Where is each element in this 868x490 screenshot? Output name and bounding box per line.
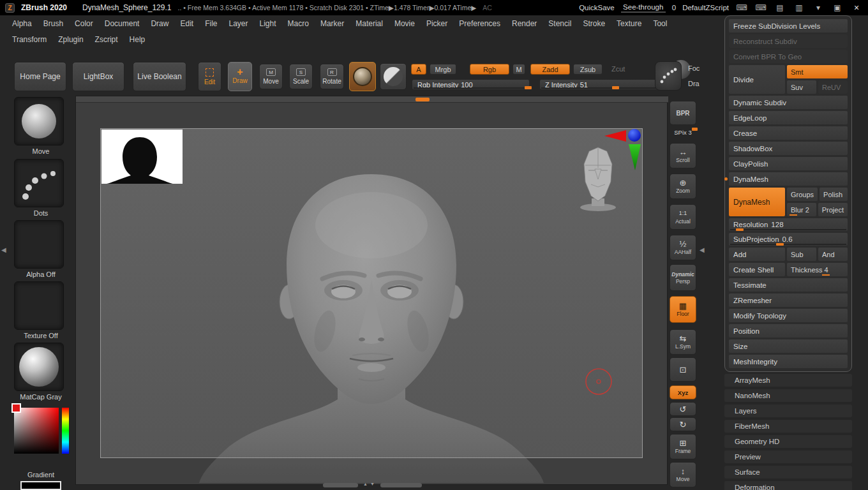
section-crease[interactable]: Crease bbox=[729, 126, 848, 140]
section-modify-topology[interactable]: Modify Topology bbox=[729, 309, 848, 322]
menu-item[interactable]: Layer bbox=[223, 17, 254, 30]
palette-item[interactable]: NanoMesh bbox=[724, 389, 852, 402]
edit-button[interactable]: Edit bbox=[198, 62, 221, 91]
dynamesh-button[interactable]: DynaMesh bbox=[729, 188, 785, 216]
menu-item[interactable]: Zscript bbox=[89, 33, 124, 46]
subprojection-handle[interactable] bbox=[776, 243, 784, 246]
right-tray-divider-icon[interactable]: ◀ bbox=[700, 246, 705, 253]
frame-button[interactable]: ⊞Frame bbox=[670, 434, 696, 459]
spix-slider[interactable]: SPix 3 bbox=[670, 129, 696, 136]
smt-button[interactable]: Smt bbox=[787, 65, 848, 78]
m-button[interactable]: M bbox=[513, 64, 525, 75]
menu-item[interactable]: Zplugin bbox=[52, 33, 89, 46]
dynamic-persp-button[interactable]: DynamicPersp bbox=[670, 264, 696, 291]
secondary-material-slot[interactable] bbox=[380, 63, 407, 90]
section-zremesher[interactable]: ZRemesher bbox=[729, 293, 848, 307]
menu-item[interactable]: Draw bbox=[145, 17, 174, 30]
palette-item[interactable]: FiberMesh bbox=[724, 420, 852, 433]
keyboard-icon-2[interactable]: ⌨ bbox=[754, 3, 767, 12]
draw-button[interactable]: + Draw bbox=[228, 62, 252, 91]
rotate-mode-button[interactable]: R Rotate bbox=[320, 64, 344, 89]
thickness-handle[interactable] bbox=[822, 274, 830, 276]
add-button[interactable]: Add bbox=[729, 248, 785, 261]
menu-item[interactable]: Material bbox=[350, 17, 389, 30]
freeze-subdivision-button[interactable]: Freeze SubDivision Levels bbox=[729, 19, 848, 33]
scale-mode-button[interactable]: S Scale bbox=[289, 64, 313, 89]
spix-handle[interactable] bbox=[692, 128, 698, 131]
menu-item[interactable]: Light bbox=[254, 17, 282, 30]
suv-button[interactable]: Suv bbox=[787, 80, 816, 94]
and-button[interactable]: And bbox=[818, 248, 848, 261]
create-shell-button[interactable]: Create Shell bbox=[729, 263, 785, 276]
live-boolean-button[interactable]: Live Boolean bbox=[133, 62, 186, 91]
secondary-color-swatch[interactable] bbox=[20, 481, 61, 490]
menu-item[interactable]: Macro bbox=[282, 17, 315, 30]
close-icon[interactable]: × bbox=[850, 3, 863, 13]
menu-item[interactable]: Stroke bbox=[577, 17, 611, 30]
palette-item[interactable]: ArrayMesh bbox=[724, 374, 852, 387]
zadd-button[interactable]: Zadd bbox=[530, 64, 570, 75]
resolution-handle[interactable] bbox=[736, 228, 744, 231]
section-position[interactable]: Position bbox=[729, 324, 848, 338]
lightbox-button[interactable]: LightBox bbox=[72, 62, 124, 91]
current-stroke-thumbnail[interactable] bbox=[14, 159, 64, 207]
aahalf-button[interactable]: ½AAHalf bbox=[670, 235, 696, 260]
bottom-scroll-segment[interactable] bbox=[323, 483, 358, 487]
sub-button[interactable]: Sub bbox=[787, 248, 816, 261]
palette-item[interactable]: Preview bbox=[724, 450, 852, 463]
bpr-button[interactable]: BPR bbox=[670, 101, 696, 125]
local-symmetry-button[interactable]: ⇆L.Sym bbox=[670, 329, 696, 355]
menu-item[interactable]: Transform bbox=[6, 33, 52, 46]
section-tessimate[interactable]: Tessimate bbox=[729, 278, 848, 292]
local-transform-button[interactable]: ⊡ bbox=[670, 357, 696, 382]
rotate-ccw-button[interactable]: ↺ bbox=[670, 402, 696, 416]
zcut-button[interactable]: Zcut bbox=[611, 65, 625, 73]
move-mode-button[interactable]: M Move bbox=[259, 64, 283, 89]
current-brush-thumbnail[interactable] bbox=[14, 97, 64, 145]
stroke-picker-button[interactable] bbox=[655, 61, 682, 91]
zoom-button[interactable]: ⊕Zoom bbox=[670, 174, 696, 199]
blur-handle[interactable] bbox=[789, 214, 797, 216]
groups-button[interactable]: Groups bbox=[787, 188, 818, 201]
z-intensity-handle[interactable] bbox=[612, 86, 619, 89]
current-material-thumbnail[interactable] bbox=[14, 343, 64, 391]
quicksave-button[interactable]: QuickSave bbox=[579, 4, 615, 11]
move-doc-button[interactable]: ↕Move bbox=[670, 462, 696, 487]
alpha-channel-button[interactable]: A bbox=[411, 64, 426, 75]
section-size[interactable]: Size bbox=[729, 339, 848, 353]
project-button[interactable]: Project bbox=[818, 203, 848, 216]
see-through-track[interactable] bbox=[621, 11, 666, 13]
current-texture-thumbnail[interactable] bbox=[14, 281, 64, 330]
scroll-up-icon[interactable]: ▲ bbox=[363, 482, 368, 486]
actual-size-button[interactable]: 1:1Actual bbox=[670, 204, 696, 230]
canvas-top-scrollbar[interactable] bbox=[76, 96, 668, 103]
keyboard-icon[interactable]: ⌨ bbox=[735, 3, 748, 12]
menu-item[interactable]: Tool bbox=[647, 17, 673, 30]
scroll-down-icon[interactable]: ▼ bbox=[370, 482, 375, 486]
zscript-button[interactable]: DefaultZScript bbox=[682, 4, 729, 11]
rgb-intensity-handle[interactable] bbox=[525, 86, 532, 89]
menu-item[interactable]: Color bbox=[69, 17, 99, 30]
menu-item[interactable]: Brush bbox=[38, 17, 69, 30]
left-tray-divider-icon[interactable]: ◀ bbox=[1, 246, 6, 253]
viewport-canvas[interactable]: ▲ ▼ bbox=[75, 96, 668, 485]
restore-window-icon[interactable]: ▣ bbox=[831, 3, 844, 12]
section-shadowbox[interactable]: ShadowBox bbox=[729, 142, 848, 155]
menu-item[interactable]: Edit bbox=[174, 17, 199, 30]
hue-strip[interactable] bbox=[62, 408, 69, 454]
color-picker[interactable] bbox=[13, 404, 69, 468]
palette-item[interactable]: Layers bbox=[724, 405, 852, 417]
section-edgeloop[interactable]: EdgeLoop bbox=[729, 111, 848, 124]
current-material-slot[interactable] bbox=[349, 62, 376, 91]
menu-item[interactable]: Picker bbox=[421, 17, 453, 30]
menu-item[interactable]: File bbox=[199, 17, 223, 30]
see-through-slider[interactable]: See-through bbox=[621, 3, 666, 13]
scroll-button[interactable]: ↔Scroll bbox=[670, 143, 696, 168]
divide-button[interactable]: Divide bbox=[729, 65, 785, 94]
menu-item[interactable]: Alpha bbox=[6, 17, 38, 30]
resolution-slider[interactable]: Resolution 128 bbox=[729, 218, 848, 231]
palette-item[interactable]: Geometry HD bbox=[724, 435, 852, 448]
rotate-cw-button[interactable]: ↻ bbox=[670, 417, 696, 431]
section-meshintegrity[interactable]: MeshIntegrity bbox=[729, 355, 848, 368]
floor-button[interactable]: ▦Floor bbox=[670, 296, 696, 323]
